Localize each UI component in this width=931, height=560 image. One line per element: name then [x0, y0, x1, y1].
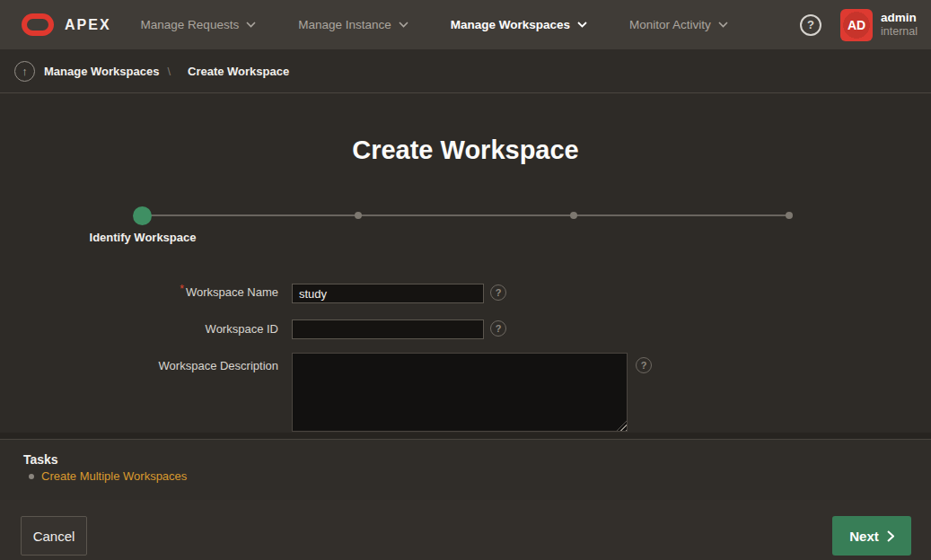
- chevron-down-icon: [577, 22, 587, 28]
- next-button-label: Next: [849, 529, 879, 544]
- workspace-name-input[interactable]: [292, 284, 484, 303]
- wizard-footer: Cancel Next: [0, 500, 931, 560]
- user-avatar[interactable]: AD: [840, 9, 873, 41]
- chevron-right-icon: [887, 530, 894, 542]
- workspace-name-help-icon[interactable]: ?: [490, 284, 506, 301]
- create-multiple-workspaces-link[interactable]: Create Multiple Workspaces: [41, 469, 187, 483]
- user-menu[interactable]: admin internal: [881, 11, 918, 39]
- cancel-button[interactable]: Cancel: [21, 516, 87, 556]
- breadcrumb-separator: \: [167, 65, 171, 78]
- tasks-section: Tasks Create Multiple Workspaces: [0, 440, 931, 500]
- up-arrow-icon[interactable]: ↑: [14, 61, 35, 82]
- nav-item-manage-instance[interactable]: Manage Instance: [298, 18, 408, 31]
- chevron-down-icon: [718, 22, 728, 28]
- nav-item-manage-requests[interactable]: Manage Requests: [141, 18, 257, 31]
- workspace-description-textarea[interactable]: [292, 353, 628, 432]
- wizard-step-2-dot: [355, 212, 362, 219]
- next-button[interactable]: Next: [832, 516, 911, 556]
- top-navbar: APEX Manage Requests Manage Instance Man…: [0, 0, 931, 49]
- chevron-down-icon: [246, 22, 256, 28]
- brand-label: APEX: [65, 17, 111, 33]
- nav-item-label: Monitor Activity: [629, 18, 711, 31]
- workspace-description-label: Workspace Description: [0, 359, 278, 373]
- section-shadow: [0, 433, 931, 439]
- tasks-heading: Tasks: [23, 452, 58, 467]
- navbar-menu: Manage Requests Manage Instance Manage W…: [141, 18, 728, 31]
- wizard-progress-line: [142, 214, 789, 216]
- wizard-body: Create Workspace Identify Workspace *Wor…: [0, 94, 931, 560]
- help-icon[interactable]: ?: [800, 14, 821, 36]
- wizard-step-label: Identify Workspace: [35, 231, 250, 244]
- workspace-description-help-icon[interactable]: ?: [636, 357, 652, 373]
- required-marker: *: [180, 283, 184, 295]
- nav-item-label: Manage Workspaces: [451, 18, 570, 31]
- wizard-step-4-dot: [786, 212, 793, 219]
- nav-item-manage-workspaces[interactable]: Manage Workspaces: [451, 18, 587, 31]
- breadcrumb-parent-link[interactable]: Manage Workspaces: [44, 65, 159, 78]
- user-name: admin: [881, 11, 918, 25]
- bullet-icon: [29, 474, 34, 479]
- wizard-step-3-dot: [570, 212, 577, 219]
- workspace-id-input[interactable]: [292, 319, 484, 339]
- workspace-id-help-icon[interactable]: ?: [490, 320, 506, 337]
- breadcrumb-current: Create Workspace: [188, 65, 289, 78]
- create-workspace-page: APEX Manage Requests Manage Instance Man…: [0, 0, 931, 560]
- wizard-step-1-dot: [133, 206, 152, 225]
- chevron-down-icon: [399, 22, 408, 28]
- workspace-id-label: Workspace ID: [0, 322, 278, 337]
- nav-item-monitor-activity[interactable]: Monitor Activity: [629, 18, 728, 31]
- oracle-logo-icon: [22, 13, 54, 36]
- breadcrumb: ↑ Manage Workspaces \ Create Workspace: [0, 49, 931, 93]
- nav-item-label: Manage Requests: [141, 18, 240, 31]
- navbar-right: ? AD admin internal: [800, 9, 918, 41]
- nav-item-label: Manage Instance: [298, 18, 391, 31]
- page-title: Create Workspace: [0, 136, 931, 165]
- user-realm: internal: [881, 25, 918, 39]
- workspace-name-label: *Workspace Name: [0, 285, 278, 300]
